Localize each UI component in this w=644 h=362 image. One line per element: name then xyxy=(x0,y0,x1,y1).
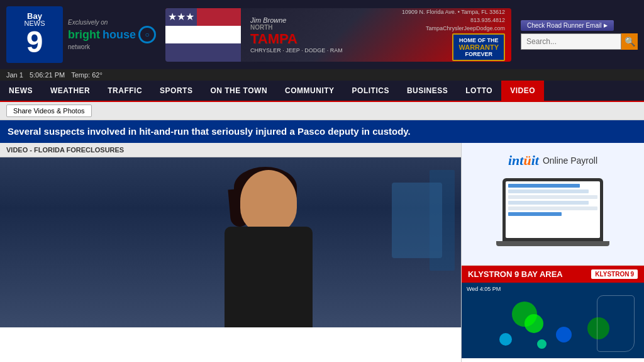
video-area: VIDEO - FLORIDA FORECLOSURES xyxy=(0,143,462,363)
laptop-screen xyxy=(506,181,600,238)
map-outline xyxy=(597,295,635,352)
time-display: 5:06:21 PM xyxy=(30,71,65,79)
ad-address: 10909 N. Florida Ave. • Tampa, FL 33612 xyxy=(402,9,505,15)
radar-dot-4 xyxy=(499,333,512,346)
network-text: network xyxy=(68,43,90,50)
ad-north: NORTH xyxy=(250,24,392,31)
headline-text: Several suspects involved in hit-and-run… xyxy=(8,126,411,137)
header: Bay NEWS 9 Exclusively on bright house ○… xyxy=(0,0,644,69)
ad-website: TampaChryslerJeepDodge.com xyxy=(426,25,505,31)
temp-display: Temp: 62° xyxy=(71,71,103,79)
klystron-map[interactable]: Wed 4:05 PM xyxy=(462,283,644,358)
ad-banner[interactable]: ★★★ Jim Browne NORTH TAMPA CHRYSLER · JE… xyxy=(165,8,511,62)
intuit-logo: intüit Online Payroll xyxy=(508,152,597,169)
bright-text: bright xyxy=(68,29,100,40)
nav-item-on-the-town[interactable]: ON THE TOWN xyxy=(201,81,276,101)
laptop-mockup xyxy=(502,178,603,241)
warranty-badge: HOME OF THE WARRANTY FOREVER xyxy=(452,33,505,61)
ad-type: CHRYSLER · JEEP · DODGE · RAM xyxy=(250,47,392,54)
bh-circle-icon: ○ xyxy=(138,26,156,43)
person-figure xyxy=(174,157,363,327)
klystron-logo-text: KLYSTRON xyxy=(595,271,629,278)
intuit-brand: intüit xyxy=(508,152,539,169)
nav-item-news[interactable]: NEWS xyxy=(0,81,42,101)
nav-item-traffic[interactable]: TRAFFIC xyxy=(99,81,151,101)
search-form: 🔍 xyxy=(521,33,638,50)
intuit-tagline: Online Payroll xyxy=(543,156,597,166)
intuit-ad[interactable]: intüit Online Payroll xyxy=(462,143,644,266)
screen-line-2 xyxy=(508,189,589,193)
radar-dot-6 xyxy=(537,339,547,349)
channel-logo: Bay NEWS 9 xyxy=(6,6,63,63)
nav-item-weather[interactable]: WEATHER xyxy=(42,81,99,101)
search-icon: 🔍 xyxy=(625,37,635,47)
video-player[interactable] xyxy=(0,157,461,327)
screen-line-5 xyxy=(508,206,597,210)
nav-item-politics[interactable]: POLITICS xyxy=(343,81,398,101)
screen-line-3 xyxy=(508,195,597,199)
radar-dot-3 xyxy=(556,327,572,342)
nav-item-lotto[interactable]: LOTTO xyxy=(457,81,501,101)
nav-item-community[interactable]: COMMUNITY xyxy=(276,81,343,101)
search-area: Check Road Runner Email 🔍 xyxy=(521,20,638,50)
ad-tampa: TAMPA xyxy=(250,31,392,47)
exclusively-on-text: Exclusively on xyxy=(68,19,108,26)
bright-house-logo: Exclusively on bright house ○ network xyxy=(68,19,156,50)
right-sidebar: intüit Online Payroll xyxy=(462,143,644,363)
ad-phone: 813.935.4812 xyxy=(470,17,505,23)
nav-item-business[interactable]: BUSINESS xyxy=(398,81,457,101)
klystron-nine: 9 xyxy=(630,271,634,278)
warranty-forever2: FOREVER xyxy=(458,51,499,57)
screen-line-4 xyxy=(508,201,589,205)
road-runner-button[interactable]: Check Road Runner Email xyxy=(521,20,614,31)
ad-right: 10909 N. Florida Ave. • Tampa, FL 33612 … xyxy=(402,9,511,61)
person-body xyxy=(225,227,313,327)
warranty-forever: WARRANTY xyxy=(458,43,499,51)
ad-flag: ★★★ xyxy=(165,8,241,62)
search-input[interactable] xyxy=(521,33,621,50)
logo-area: Bay NEWS 9 Exclusively on bright house ○… xyxy=(6,6,156,63)
share-bar: Share Videos & Photos xyxy=(0,102,644,120)
screen-line-6 xyxy=(508,212,562,216)
video-label: VIDEO - FLORIDA FORECLOSURES xyxy=(0,143,461,157)
main-nav: NEWS WEATHER TRAFFIC SPORTS ON THE TOWN … xyxy=(0,81,644,102)
ad-banner-inner: ★★★ Jim Browne NORTH TAMPA CHRYSLER · JE… xyxy=(165,8,511,62)
laptop-base xyxy=(496,241,609,246)
share-button[interactable]: Share Videos & Photos xyxy=(6,105,92,117)
headline-bar: Several suspects involved in hit-and-run… xyxy=(0,120,644,143)
klystron-logo: KLYSTRON 9 xyxy=(591,269,638,279)
bright-house-brand: bright house ○ xyxy=(68,26,156,43)
screen-line-1 xyxy=(508,184,580,188)
nav-item-video[interactable]: VIDEO xyxy=(501,81,544,101)
ad-name: Jim Browne xyxy=(250,16,392,24)
warranty-text: HOME OF THE xyxy=(458,37,499,43)
klystron-header: KLYSTRON 9 BAY AREA KLYSTRON 9 xyxy=(462,266,644,283)
radar-dot-2 xyxy=(525,314,543,333)
page-wrapper: Bay NEWS 9 Exclusively on bright house ○… xyxy=(0,0,644,362)
studio-bg-element xyxy=(392,183,442,258)
date-display: Jan 1 xyxy=(6,71,23,79)
search-button[interactable]: 🔍 xyxy=(621,33,638,50)
video-person-bg xyxy=(0,157,461,327)
nav-item-sports[interactable]: SPORTS xyxy=(151,81,201,101)
flag-stars: ★★★ xyxy=(165,8,197,26)
klystron-title: KLYSTRON 9 BAY AREA xyxy=(468,269,563,279)
logo-nine: 9 xyxy=(26,27,43,57)
ad-content: Jim Browne NORTH TAMPA CHRYSLER · JEEP ·… xyxy=(241,13,402,57)
map-time: Wed 4:05 PM xyxy=(467,286,501,292)
main-content: VIDEO - FLORIDA FORECLOSURES xyxy=(0,143,644,363)
house-text: house xyxy=(103,29,136,40)
content-wrapper: Bay NEWS 9 Exclusively on bright house ○… xyxy=(0,0,644,362)
status-bar: Jan 1 5:06:21 PM Temp: 62° xyxy=(0,69,644,81)
